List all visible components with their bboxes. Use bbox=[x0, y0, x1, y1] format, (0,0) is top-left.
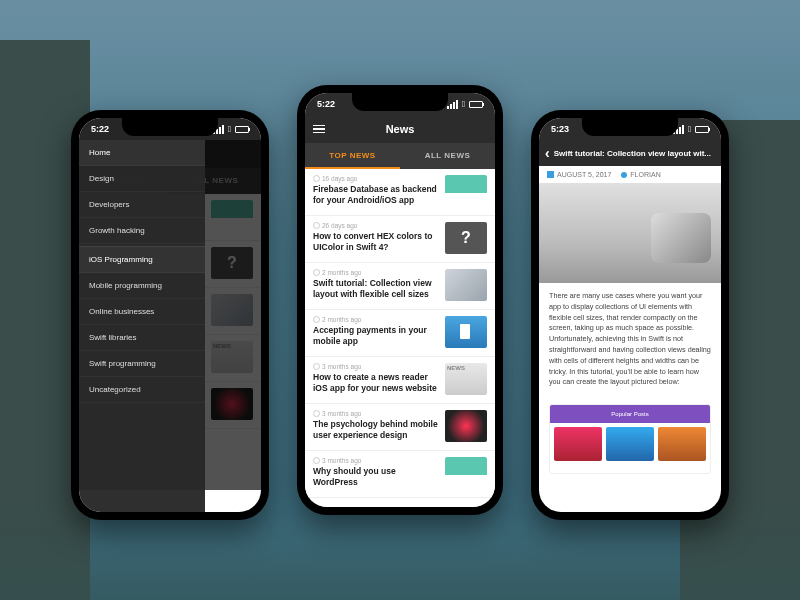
drawer-item-mobile[interactable]: Mobile programming bbox=[79, 273, 205, 299]
wifi-icon: 􀙇 bbox=[228, 124, 231, 134]
inline-screenshot-header: Popular Posts bbox=[550, 405, 710, 423]
battery-icon bbox=[469, 101, 483, 108]
item-title: How to create a news reader iOS app for … bbox=[313, 372, 439, 393]
list-item[interactable]: 3 months agoWhy should you use WordPress bbox=[305, 451, 495, 498]
item-title: The psychology behind mobile user experi… bbox=[313, 419, 439, 440]
drawer-item-swiftprg[interactable]: Swift programming bbox=[79, 351, 205, 377]
back-icon[interactable]: ‹ bbox=[545, 146, 550, 160]
notch bbox=[122, 118, 218, 136]
item-title: Firebase Database as backend for your An… bbox=[313, 184, 439, 205]
list-item[interactable]: 2 months agoSwift tutorial: Collection v… bbox=[305, 263, 495, 310]
list-item[interactable]: 26 days agoHow to convert HEX colors to … bbox=[305, 216, 495, 263]
notch bbox=[352, 93, 448, 111]
article-inline-screenshot: Popular Posts bbox=[549, 404, 711, 474]
item-title: How to convert HEX colors to UIColor in … bbox=[313, 231, 439, 252]
drawer-item-swiftlib[interactable]: Swift libraries bbox=[79, 325, 205, 351]
list-item[interactable]: 2 months agoAccepting payments in your m… bbox=[305, 310, 495, 357]
item-thumbnail bbox=[445, 175, 487, 207]
drawer-item-home[interactable]: Home bbox=[79, 140, 205, 166]
item-time: 26 days ago bbox=[313, 222, 439, 229]
signal-icon bbox=[447, 100, 458, 109]
screen-newslist: 5:22 􀙇 News TOP NEWS ALL NEWS 16 days ag… bbox=[305, 93, 495, 507]
tab-bar: TOP NEWS ALL NEWS bbox=[305, 143, 495, 169]
item-time: 2 months ago bbox=[313, 316, 439, 323]
phone-showcase: 5:22 􀙇 News TOP NEWSALL NEWS — — — — — bbox=[0, 0, 800, 600]
list-item[interactable]: 16 days agoFirebase Database as backend … bbox=[305, 169, 495, 216]
tab-top-news[interactable]: TOP NEWS bbox=[305, 143, 400, 169]
battery-icon bbox=[235, 126, 249, 133]
article-meta: AUGUST 5, 2017 FLORIAN bbox=[539, 166, 721, 183]
list-item[interactable]: 3 months agoHow to create a news reader … bbox=[305, 357, 495, 404]
screen-article: 5:23 􀙇 ‹ Swift tutorial: Collection view… bbox=[539, 118, 721, 512]
wifi-icon: 􀙇 bbox=[688, 124, 691, 134]
drawer-item-ios[interactable]: iOS Programming bbox=[79, 247, 205, 273]
status-time: 5:22 bbox=[317, 99, 335, 109]
battery-icon bbox=[695, 126, 709, 133]
article-list[interactable]: 16 days agoFirebase Database as backend … bbox=[305, 169, 495, 507]
tab-all-news[interactable]: ALL NEWS bbox=[400, 143, 495, 169]
wifi-icon: 􀙇 bbox=[462, 99, 465, 109]
app-bar: News bbox=[305, 115, 495, 143]
status-time: 5:23 bbox=[551, 124, 569, 134]
status-time: 5:22 bbox=[91, 124, 109, 134]
menu-icon[interactable] bbox=[313, 125, 325, 134]
item-title: Why should you use WordPress bbox=[313, 466, 439, 487]
item-thumbnail bbox=[445, 457, 487, 489]
item-thumbnail bbox=[445, 316, 487, 348]
item-time: 16 days ago bbox=[313, 175, 439, 182]
article-author: FLORIAN bbox=[621, 171, 660, 178]
phone-article: 5:23 􀙇 ‹ Swift tutorial: Collection view… bbox=[531, 110, 729, 520]
item-thumbnail bbox=[445, 222, 487, 254]
item-time: 3 months ago bbox=[313, 363, 439, 370]
notch bbox=[582, 118, 678, 136]
article-hero-image bbox=[539, 183, 721, 283]
phone-drawer: 5:22 􀙇 News TOP NEWSALL NEWS — — — — — bbox=[71, 110, 269, 520]
item-time: 2 months ago bbox=[313, 269, 439, 276]
item-thumbnail bbox=[445, 363, 487, 395]
article-header-title: Swift tutorial: Collection view layout w… bbox=[554, 149, 711, 158]
article-app-bar: ‹ Swift tutorial: Collection view layout… bbox=[539, 140, 721, 166]
article-date: AUGUST 5, 2017 bbox=[547, 171, 611, 178]
item-title: Accepting payments in your mobile app bbox=[313, 325, 439, 346]
item-title: Swift tutorial: Collection view layout w… bbox=[313, 278, 439, 299]
list-item[interactable]: 3 months agoThe psychology behind mobile… bbox=[305, 404, 495, 451]
item-thumbnail bbox=[445, 410, 487, 442]
article-body: There are many use cases where you want … bbox=[539, 283, 721, 396]
drawer-item-online[interactable]: Online businesses bbox=[79, 299, 205, 325]
drawer-item-growth[interactable]: Growth hacking bbox=[79, 218, 205, 244]
drawer-item-uncat[interactable]: Uncategorized bbox=[79, 377, 205, 403]
drawer-item-design[interactable]: Design bbox=[79, 166, 205, 192]
navigation-drawer[interactable]: Home Design Developers Growth hacking iO… bbox=[79, 140, 205, 512]
item-time: 3 months ago bbox=[313, 457, 439, 464]
item-time: 3 months ago bbox=[313, 410, 439, 417]
phone-newslist: 5:22 􀙇 News TOP NEWS ALL NEWS 16 days ag… bbox=[297, 85, 503, 515]
app-title: News bbox=[386, 123, 415, 135]
item-thumbnail bbox=[445, 269, 487, 301]
drawer-item-developers[interactable]: Developers bbox=[79, 192, 205, 218]
screen-drawer: 5:22 􀙇 News TOP NEWSALL NEWS — — — — — bbox=[79, 118, 261, 512]
